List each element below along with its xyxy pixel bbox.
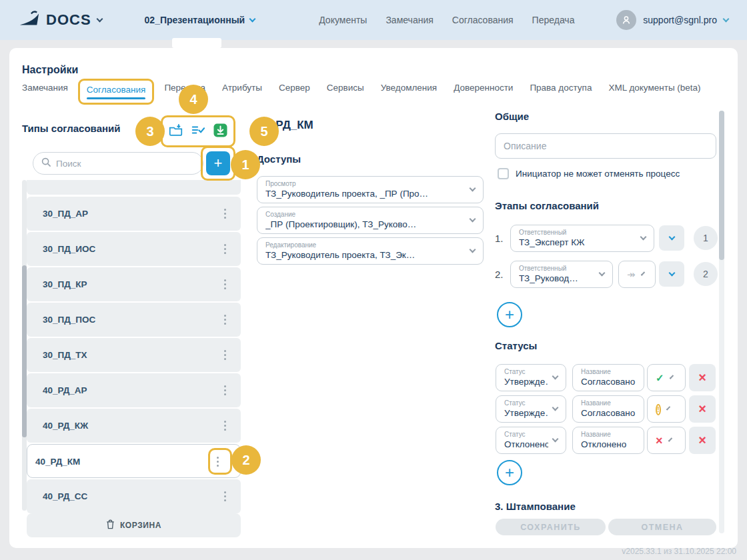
chevron-down-icon <box>640 271 644 275</box>
tab-attributes[interactable]: Атрибуты <box>222 83 262 93</box>
logo-bird-icon <box>19 10 40 30</box>
tab-approvals[interactable]: Согласования <box>78 79 155 105</box>
tab-xml-documents[interactable]: XML документы (beta) <box>608 83 700 93</box>
tab-remarks[interactable]: Замечания <box>22 83 68 93</box>
page-title: Настройки <box>22 64 78 76</box>
status-1-name-field[interactable]: Название Согласовано <box>572 364 644 391</box>
status-3-status-select[interactable]: Статус Отклонено <box>496 427 566 454</box>
access-edit-select[interactable]: Редактирование ТЗ_Руководитель проекта, … <box>257 237 484 265</box>
kebab-menu-icon[interactable] <box>220 346 230 364</box>
status-1-delete-button[interactable]: × <box>689 364 716 391</box>
list-item[interactable]: 30_ПД_ПОС <box>27 303 241 337</box>
cancel-button[interactable]: ОТМЕНА <box>608 519 716 535</box>
status-1-status-select[interactable]: Статус Утвержде… <box>496 364 566 391</box>
settings-card: Настройки Замечания Согласования Передач… <box>9 48 738 548</box>
save-button[interactable]: СОХРАНИТЬ <box>496 519 606 535</box>
nav-item-approvals[interactable]: Согласования <box>452 15 514 25</box>
list-item-selected[interactable]: 40_РД_КМ <box>27 444 241 478</box>
list-item[interactable]: 30_ПД_КР <box>27 267 241 301</box>
tab-proxies[interactable]: Доверенности <box>454 83 513 93</box>
stage-1-responsible-select[interactable]: Ответственный ТЗ_Эксперт КЖ <box>510 225 654 252</box>
warning-icon: ! <box>656 404 661 415</box>
kebab-menu-icon[interactable] <box>220 311 230 329</box>
list-item[interactable]: 30_ПД_ИОС <box>27 232 241 266</box>
chevron-down-icon <box>552 435 559 442</box>
status-3-icon-select[interactable]: × <box>647 427 686 454</box>
chevron-down-icon <box>666 406 671 411</box>
list-item[interactable]: 30_ПД_АР <box>27 197 241 231</box>
chevron-down-icon <box>640 233 647 240</box>
stage-2-responsible-select[interactable]: Ответственный ТЗ_Руковод… <box>510 261 613 288</box>
tab-server[interactable]: Сервер <box>279 83 310 93</box>
approve-check-icon: ✓ <box>656 372 664 384</box>
kebab-menu-icon[interactable] <box>220 417 230 435</box>
stage-1-expand-button[interactable] <box>659 225 684 251</box>
settings-tabs: Замечания Согласования Передача Атрибуты… <box>22 83 701 101</box>
add-approval-type-button[interactable]: + <box>206 151 230 175</box>
app-logo[interactable]: DOCS <box>19 10 102 30</box>
search-input[interactable] <box>56 159 195 169</box>
status-3-delete-button[interactable]: × <box>689 427 716 454</box>
chevron-down-icon <box>723 15 730 22</box>
kebab-menu-icon[interactable] <box>220 487 230 505</box>
general-title: Общие <box>495 111 529 122</box>
chevron-down-icon <box>668 437 672 441</box>
chevron-down-icon <box>552 404 559 411</box>
approval-types-title: Типы согласований <box>22 123 120 134</box>
tab-services[interactable]: Сервисы <box>327 83 364 93</box>
chevron-down-icon <box>669 375 673 379</box>
trash-button[interactable]: КОРЗИНА <box>27 513 241 537</box>
initiator-checkbox[interactable] <box>498 168 509 179</box>
nav-item-documents[interactable]: Документы <box>319 15 367 25</box>
status-1-icon-select[interactable]: ✓ <box>647 364 686 391</box>
kebab-menu-icon[interactable] <box>220 381 230 399</box>
stage-number: 1. <box>495 233 504 244</box>
version-label: v2025.33.1 из 31.10.2025 22:00 <box>622 547 736 556</box>
description-input[interactable] <box>495 133 716 159</box>
list-item[interactable]: 40_РД_КЖ <box>27 409 241 443</box>
overlay-artifact <box>172 38 221 48</box>
list-item[interactable]: 40_РД_АР <box>27 373 241 407</box>
nav-item-remarks[interactable]: Замечания <box>386 15 433 25</box>
add-stage-button[interactable]: + <box>497 302 522 327</box>
kebab-menu-icon[interactable] <box>213 453 223 471</box>
annotation-badge-4: 4 <box>179 85 208 114</box>
annotation-badge-5: 5 <box>249 117 279 146</box>
chevron-down-icon <box>552 373 559 379</box>
main-nav: Документы Замечания Согласования Передач… <box>319 15 574 25</box>
stage-2-transition-select[interactable]: ↠ <box>618 261 656 288</box>
stage-number: 2. <box>495 269 504 280</box>
annotation-badge-3: 3 <box>135 117 165 146</box>
access-create-select[interactable]: Создание _ПР (Проектировщик), ТЗ_Руково… <box>257 207 484 234</box>
tab-notifications[interactable]: Уведомления <box>381 83 437 93</box>
kebab-menu-icon[interactable] <box>220 205 230 223</box>
nav-item-transfer[interactable]: Передача <box>532 15 575 25</box>
trash-label: КОРЗИНА <box>120 521 161 530</box>
list-check-icon[interactable] <box>191 124 205 139</box>
chevron-down-icon <box>668 233 675 240</box>
tab-access-rights[interactable]: Права доступа <box>530 83 592 93</box>
list-scrollbar-thumb[interactable] <box>22 265 27 437</box>
status-3-name-field[interactable]: Название Отклонено <box>572 427 644 454</box>
status-2-delete-button[interactable]: × <box>689 395 716 423</box>
project-selector[interactable]: 02_Презентационный <box>145 15 255 25</box>
user-avatar <box>616 10 636 30</box>
stage-2-expand-button[interactable] <box>659 261 684 287</box>
status-2-status-select[interactable]: Статус Утвержде… <box>496 395 566 423</box>
panel-scrollbar-thumb[interactable] <box>719 111 724 260</box>
annotation-badge-1: 1 <box>231 150 260 179</box>
chevron-down-icon <box>599 269 606 276</box>
user-menu[interactable]: support@sgnl.pro <box>616 10 728 30</box>
folder-import-icon[interactable] <box>169 123 183 139</box>
status-2-icon-select[interactable]: ! <box>647 395 686 423</box>
add-status-button[interactable]: + <box>497 460 522 485</box>
kebab-menu-icon[interactable] <box>220 240 230 258</box>
export-download-icon[interactable] <box>213 123 227 140</box>
approval-types-toolbar <box>161 115 235 147</box>
status-2-name-field[interactable]: Название Согласовано ( <box>572 395 644 423</box>
access-view-select[interactable]: Просмотр ТЗ_Руководитель проекта, _ПР (П… <box>257 176 484 203</box>
app-screen: DOCS 02_Презентационный Документы Замеча… <box>0 0 747 560</box>
list-item[interactable]: 30_ПД_ТХ <box>27 338 241 372</box>
list-item[interactable]: 40_РД_СС <box>27 479 241 513</box>
kebab-menu-icon[interactable] <box>220 275 230 293</box>
